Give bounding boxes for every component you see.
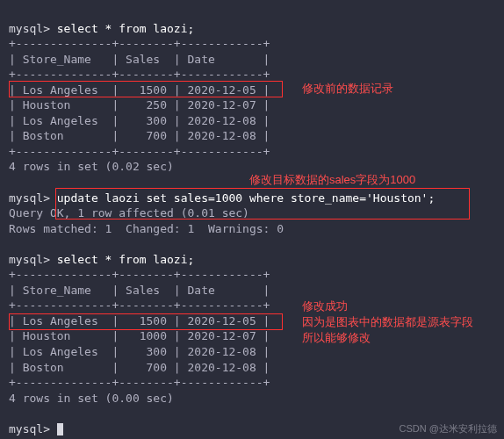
mysql-prompt: mysql>: [9, 422, 50, 435]
table-sep: +--------------+--------+------------+: [9, 37, 270, 50]
result-rows: 4 rows in set (0.00 sec): [9, 392, 174, 405]
annotation-before: 修改前的数据记录: [302, 81, 393, 97]
annotation-after: 修改成功 因为是图表中的数据都是源表字段 所以能够修改: [302, 299, 473, 347]
rows-matched: Rows matched: 1 Changed: 1 Warnings: 0: [9, 222, 284, 235]
table-row: | Boston | 700 | 2020-12-08 |: [9, 361, 270, 374]
annotation-update: 修改目标数据的sales字段为1000: [249, 172, 415, 188]
annotation-after-line2: 因为是图表中的数据都是源表字段: [302, 314, 473, 330]
table-header: | Store_Name | Sales | Date |: [9, 53, 270, 66]
terminal-output: mysql> select * from laozi; +-----------…: [0, 0, 504, 439]
query-ok: Query OK, 1 row affected (0.01 sec): [9, 206, 249, 220]
table-row: | Houston | 1000 | 2020-12-07 |: [9, 329, 270, 342]
cursor-icon[interactable]: [57, 423, 63, 435]
table-sep: +--------------+--------+------------+: [9, 299, 270, 312]
update-query: update laozi set sales=1000 where store_…: [57, 191, 435, 205]
table-row: | Houston | 250 | 2020-12-07 |: [9, 98, 270, 112]
table-row: | Boston | 700 | 2020-12-08 |: [9, 129, 270, 142]
table-row: | Los Angeles | 1500 | 2020-12-05 |: [9, 314, 270, 327]
mysql-prompt: mysql>: [9, 191, 50, 205]
select-query-2: select * from laozi;: [57, 253, 195, 266]
table-header: | Store_Name | Sales | Date |: [9, 284, 270, 297]
annotation-after-line1: 修改成功: [302, 299, 473, 314]
table-row: | Los Angeles | 1500 | 2020-12-05 |: [9, 83, 270, 97]
annotation-after-line3: 所以能够修改: [302, 330, 473, 346]
mysql-prompt: mysql>: [9, 253, 50, 266]
result-rows: 4 rows in set (0.02 sec): [9, 160, 174, 173]
table-sep: +--------------+--------+------------+: [9, 145, 270, 158]
table-sep: +--------------+--------+------------+: [9, 376, 270, 389]
table-row: | Los Angeles | 300 | 2020-12-08 |: [9, 114, 270, 127]
table-sep: +--------------+--------+------------+: [9, 268, 270, 281]
table-sep: +--------------+--------+------------+: [9, 68, 270, 81]
mysql-prompt: mysql>: [9, 22, 50, 35]
watermark-text: CSDN @达米安利拉德: [400, 422, 497, 435]
table-row: | Los Angeles | 300 | 2020-12-08 |: [9, 345, 270, 358]
select-query-1: select * from laozi;: [57, 22, 195, 35]
